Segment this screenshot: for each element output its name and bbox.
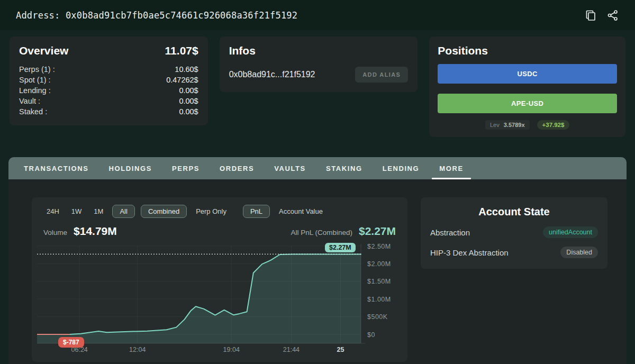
- all-pnl-label: All PnL (Combined): [291, 229, 352, 236]
- x-tick-label: 21:44: [283, 346, 300, 353]
- row-label: HIP-3 Dex Abstraction: [430, 248, 509, 257]
- tab-perps[interactable]: PERPS: [162, 157, 210, 179]
- chart-stats: Volume $14.79M All PnL (Combined) $2.27M: [37, 218, 402, 240]
- abstraction-status-badge: unifiedAccount: [543, 226, 598, 238]
- y-tick-label: $1.00M: [367, 296, 391, 303]
- overview-rows: Perps (1) : 10.60$ Spot (1) : 0.47262$ L…: [19, 64, 198, 117]
- main-panel: TRANSACTIONS HOLDINGS PERPS ORDERS VAULT…: [8, 157, 627, 364]
- account-state-card: Account State Abstraction unifiedAccount…: [421, 197, 607, 269]
- position-badges: Lev 3.5789x +37.92$: [438, 120, 617, 130]
- x-tick-label: 25: [337, 346, 344, 353]
- leverage-label: Lev: [490, 122, 500, 128]
- tab-orders[interactable]: ORDERS: [210, 157, 264, 179]
- all-pnl-value: $2.27M: [359, 225, 396, 238]
- account-row-hip3: HIP-3 Dex Abstraction Disabled: [430, 247, 598, 258]
- position-usdc-button[interactable]: USDC: [438, 64, 617, 84]
- add-alias-button[interactable]: ADD ALIAS: [355, 67, 408, 83]
- positions-title: Positions: [438, 44, 488, 57]
- leverage-value: 3.5789x: [504, 122, 525, 128]
- summary-cards: Overview 11.07$ Perps (1) : 10.60$ Spot …: [0, 30, 635, 137]
- metric-account-value-button[interactable]: Account Value: [276, 205, 326, 218]
- pnl-area-chart[interactable]: $2.50M$2.00M$1.50M$1.00M$500K$006:2412:0…: [37, 242, 402, 356]
- row-label: Vault :: [19, 96, 40, 106]
- volume-value: $14.79M: [74, 225, 117, 238]
- chart-controls: 24H 1W 1M All Combined Perp Only PnL Acc…: [37, 205, 402, 218]
- account-state-title: Account State: [430, 206, 598, 218]
- range-24h-button[interactable]: 24H: [43, 205, 62, 218]
- pnl-chart-card: 24H 1W 1M All Combined Perp Only PnL Acc…: [32, 197, 407, 362]
- x-tick-label: 19:04: [223, 346, 240, 353]
- y-tick-label: $0: [367, 331, 375, 339]
- hip3-status-badge: Disabled: [560, 247, 598, 258]
- row-label: Staked :: [19, 106, 47, 117]
- row-value: 0.00$: [179, 85, 198, 96]
- tab-holdings[interactable]: HOLDINGS: [98, 157, 161, 179]
- current-value-badge: $2.27M: [325, 243, 356, 252]
- overview-row-vault: Vault : 0.00$: [19, 96, 198, 106]
- row-label: Spot (1) :: [19, 75, 51, 85]
- row-label: Lending :: [19, 85, 51, 96]
- position-ape-usd-button[interactable]: APE-USD: [438, 94, 617, 113]
- share-icon: [606, 9, 619, 22]
- wallet-explorer-page: { "address_bar": { "label": "Address:", …: [0, 0, 635, 364]
- overview-total-value: 11.07$: [165, 44, 198, 57]
- range-1m-button[interactable]: 1M: [90, 205, 106, 218]
- y-tick-label: $1.50M: [367, 278, 391, 285]
- tab-lending[interactable]: LENDING: [373, 157, 430, 179]
- mode-combined-button[interactable]: Combined: [141, 205, 187, 218]
- short-address: 0x0b8ad91c...f21f5192: [229, 70, 315, 79]
- overview-row-staked: Staked : 0.00$: [19, 106, 198, 117]
- tab-more[interactable]: MORE: [429, 157, 473, 179]
- overview-row-perps: Perps (1) : 10.60$: [19, 64, 198, 75]
- address-actions: [584, 9, 619, 22]
- infos-card: Infos 0x0b8ad91c...f21f5192 ADD ALIAS: [220, 37, 418, 92]
- row-value: 0.47262$: [166, 75, 198, 85]
- overview-row-lending: Lending : 0.00$: [19, 85, 198, 96]
- overview-row-spot: Spot (1) : 0.47262$: [19, 75, 198, 85]
- copy-address-button[interactable]: [584, 9, 597, 22]
- y-tick-label: $500K: [367, 313, 388, 321]
- tab-staking[interactable]: STAKING: [316, 157, 373, 179]
- address-bar: Address: 0x0b8ad91cb7fb0ae5c74661c926068…: [0, 0, 635, 30]
- metric-pnl-button[interactable]: PnL: [243, 205, 270, 218]
- share-address-button[interactable]: [606, 9, 619, 22]
- row-value: 0.00$: [179, 106, 198, 117]
- position-pnl-badge: +37.92$: [537, 120, 570, 130]
- row-label: Perps (1) :: [19, 64, 55, 75]
- volume-stat: Volume $14.79M: [43, 225, 117, 238]
- row-value: 10.60$: [175, 64, 198, 75]
- wallet-address: Address: 0x0b8ad91cb7fb0ae5c74661c926068…: [16, 10, 297, 21]
- row-label: Abstraction: [430, 228, 470, 237]
- leverage-badge: Lev 3.5789x: [485, 120, 530, 130]
- row-value: 0.00$: [179, 96, 198, 106]
- range-1w-button[interactable]: 1W: [68, 205, 85, 218]
- account-row-abstraction: Abstraction unifiedAccount: [430, 226, 598, 238]
- all-pnl-stat: All PnL (Combined) $2.27M: [291, 225, 396, 238]
- tab-bar: TRANSACTIONS HOLDINGS PERPS ORDERS VAULT…: [8, 157, 627, 179]
- copy-icon: [584, 9, 597, 22]
- positions-card: Positions USDC APE-USD Lev 3.5789x +37.9…: [429, 37, 625, 137]
- overview-card: Overview 11.07$ Perps (1) : 10.60$ Spot …: [10, 37, 208, 125]
- y-tick-label: $2.50M: [367, 243, 391, 250]
- mode-perp-only-button[interactable]: Perp Only: [193, 205, 230, 218]
- tab-vaults[interactable]: VAULTS: [264, 157, 316, 179]
- volume-label: Volume: [43, 229, 67, 236]
- tab-content-more: 24H 1W 1M All Combined Perp Only PnL Acc…: [8, 179, 627, 364]
- x-tick-label: 12:04: [129, 346, 146, 353]
- pnl-chart-svg: $2.50M$2.00M$1.50M$1.00M$500K$006:2412:0…: [37, 242, 402, 356]
- address-label: Address:: [16, 10, 60, 21]
- overview-title: Overview: [19, 44, 68, 57]
- address-value: 0x0b8ad91cb7fb0ae5c74661c926068a36f21f51…: [66, 10, 297, 21]
- range-all-button[interactable]: All: [112, 205, 134, 218]
- infos-title: Infos: [229, 44, 256, 57]
- tab-transactions[interactable]: TRANSACTIONS: [14, 157, 98, 179]
- start-value-badge: $-787: [58, 337, 84, 348]
- y-tick-label: $2.00M: [367, 260, 391, 268]
